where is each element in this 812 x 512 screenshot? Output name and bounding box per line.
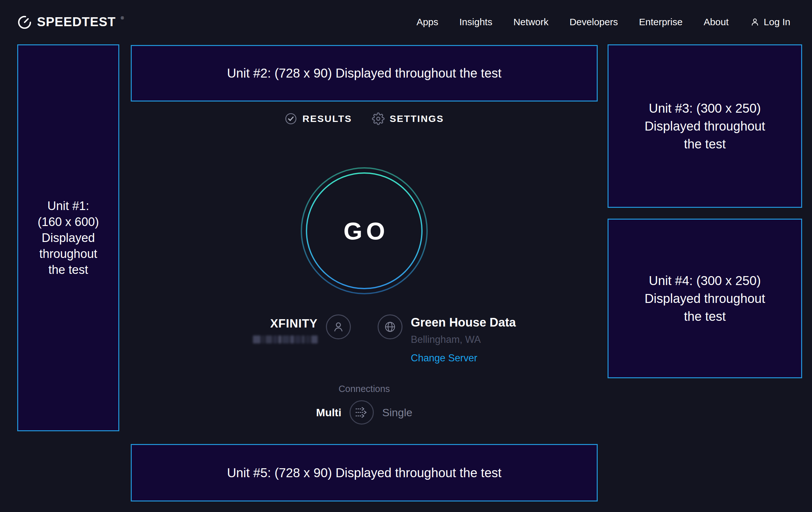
isp-block: XFINITY (131, 315, 364, 364)
go-label: GO (297, 164, 431, 298)
main-nav: Apps Insights Network Developers Enterpr… (416, 17, 790, 27)
speedometer-logo-icon (17, 15, 32, 30)
nav-item-network[interactable]: Network (514, 17, 549, 27)
tab-results[interactable]: RESULTS (285, 112, 352, 125)
login-button[interactable]: Log In (750, 17, 790, 27)
top-nav: SPEEDTEST ® Apps Insights Network Develo… (0, 0, 812, 44)
brand-name: SPEEDTEST (37, 15, 116, 29)
ad-unit-5-text: Unit #5: (728 x 90) Displayed throughout… (227, 466, 502, 480)
change-server-link[interactable]: Change Server (411, 352, 477, 364)
nav-item-apps[interactable]: Apps (416, 17, 438, 27)
connections-single-option[interactable]: Single (382, 406, 412, 419)
tab-settings[interactable]: SETTINGS (372, 112, 444, 125)
brand-logo[interactable]: SPEEDTEST ® (17, 15, 124, 30)
nav-item-enterprise[interactable]: Enterprise (639, 17, 683, 27)
tab-settings-label: SETTINGS (390, 113, 444, 124)
ad-unit-3: Unit #3: (300 x 250) Displayed throughou… (608, 44, 802, 208)
blurred-ip (253, 335, 318, 344)
login-label: Log In (764, 17, 790, 27)
ad-unit-3-text: Unit #3: (300 x 250) Displayed throughou… (644, 99, 765, 153)
nav-item-about[interactable]: About (703, 17, 728, 27)
person-icon (750, 17, 760, 27)
connections-toggle[interactable] (350, 400, 374, 425)
tab-results-label: RESULTS (302, 113, 352, 124)
view-tabs: RESULTS SETTINGS (131, 112, 598, 125)
user-icon (331, 320, 345, 334)
ad-unit-2: Unit #2: (728 x 90) Displayed throughout… (131, 45, 598, 102)
brand-trademark: ® (121, 16, 124, 21)
isp-name: XFINITY (270, 317, 318, 330)
server-block: Green House Data Bellingham, WA Change S… (364, 315, 598, 364)
gear-icon (372, 112, 385, 125)
server-name: Green House Data (411, 316, 516, 329)
nav-item-insights[interactable]: Insights (459, 17, 492, 27)
ad-unit-5: Unit #5: (728 x 90) Displayed throughout… (131, 444, 598, 502)
connections-multi-option[interactable]: Multi (316, 406, 341, 419)
check-circle-icon (285, 112, 297, 125)
nav-item-developers[interactable]: Developers (570, 17, 618, 27)
isp-avatar (326, 315, 351, 339)
server-location: Bellingham, WA (411, 334, 481, 345)
ad-unit-4: Unit #4: (300 x 250) Displayed throughou… (608, 219, 802, 378)
test-meta-row: XFINITY (131, 315, 598, 364)
connections-toggle-row: Multi Single (131, 400, 598, 425)
multi-connection-icon (355, 406, 369, 419)
go-button[interactable]: GO (297, 164, 431, 298)
ad-unit-1: Unit #1: (160 x 600) Displayed throughou… (17, 44, 119, 431)
connections-label: Connections (131, 384, 598, 394)
globe-icon (383, 320, 397, 334)
ad-unit-2-text: Unit #2: (728 x 90) Displayed throughout… (227, 66, 502, 80)
server-globe (378, 315, 403, 339)
ad-unit-1-text: Unit #1: (160 x 600) Displayed throughou… (38, 198, 99, 278)
speedtest-page: SPEEDTEST ® Apps Insights Network Develo… (0, 0, 812, 512)
ad-unit-4-text: Unit #4: (300 x 250) Displayed throughou… (644, 272, 765, 325)
